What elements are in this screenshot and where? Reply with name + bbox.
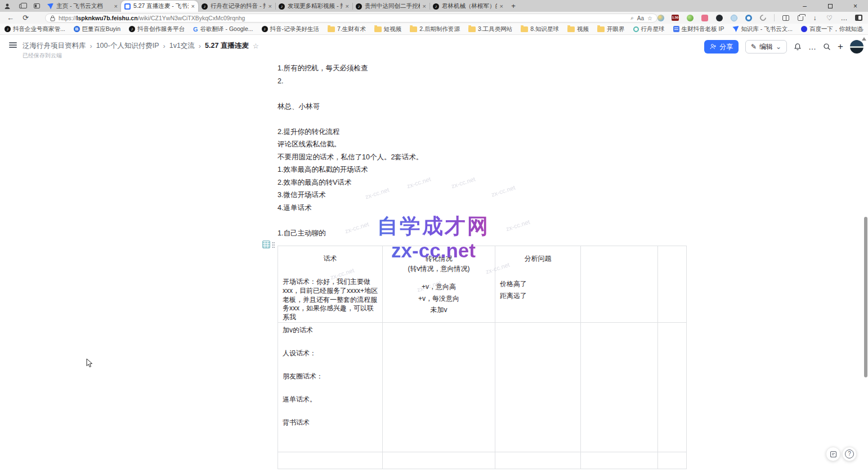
favorite-star-icon[interactable]: ☆ [253, 42, 259, 50]
bookmark-item[interactable]: 知识库 - 飞书云文... [732, 25, 793, 33]
settings-more-icon[interactable]: … [840, 14, 848, 21]
sidebar-toggle-icon[interactable] [9, 42, 17, 48]
search-icon[interactable] [823, 43, 831, 51]
table-cell-scripts[interactable]: 话术 开场话术：你好，我们主要做xxx，目前已经服务了xxxx+地区老板，并且还… [278, 246, 383, 323]
table-icon[interactable] [262, 241, 270, 248]
table-cell-empty[interactable] [383, 322, 495, 452]
favorite-star-icon[interactable]: ☆ [647, 15, 652, 21]
breadcrumb-item[interactable]: 1v1交流 [169, 41, 195, 51]
user-avatar[interactable] [850, 40, 863, 54]
tab-douyin-1[interactable]: ♪ 行舟在记录的抖音 - 抖音 × [198, 1, 275, 12]
table-cell-empty[interactable] [581, 246, 658, 323]
feedback-button[interactable] [826, 447, 840, 461]
extension-ring-icon[interactable] [759, 14, 767, 21]
bookmark-folder[interactable]: 视频 [567, 25, 589, 33]
extension-video-speed-icon[interactable]: 1.50 [672, 14, 679, 21]
doc-title[interactable]: 5.27 直播连麦 [205, 41, 249, 51]
doc-paragraph[interactable]: 2. [278, 75, 686, 88]
doc-paragraph[interactable]: 1.自己主动聊的 [278, 227, 686, 240]
extension-copilot-icon[interactable] [657, 14, 664, 21]
table-cell-empty[interactable] [658, 452, 687, 469]
bookmark-item[interactable]: ♪抖音企业号商家管... [5, 25, 65, 33]
tab-close-icon[interactable]: × [269, 3, 272, 9]
vertical-tabs-icon[interactable] [29, 0, 44, 12]
extension-target-icon[interactable] [745, 14, 752, 21]
create-new-icon[interactable]: + [838, 41, 843, 52]
workspaces-icon[interactable] [15, 0, 29, 12]
share-button[interactable]: 分享 [704, 40, 739, 54]
bookmarks-overflow-chevron[interactable]: › [861, 26, 863, 33]
table-cell-empty[interactable] [278, 452, 383, 469]
notifications-bell-icon[interactable] [794, 43, 802, 51]
bookmark-folder[interactable]: 8.知识星球 [521, 25, 559, 33]
new-tab-button[interactable]: + [507, 2, 520, 10]
extension-github-icon[interactable] [715, 14, 723, 21]
split-screen-icon[interactable] [782, 14, 789, 21]
bookmark-item[interactable]: G谷歌翻译 - Google... [193, 25, 253, 33]
tab-douyin-4[interactable]: ♪ 君林机械（林根军）的抖音 - 抖 × [429, 1, 507, 12]
scrollbar-up-arrow[interactable] [862, 37, 866, 41]
doc-paragraph[interactable]: 评论区线索私信戳。 [278, 138, 686, 151]
help-button[interactable]: ? [842, 447, 857, 461]
doc-paragraph[interactable]: 2.提升你的转化流程 [278, 126, 686, 139]
tab-douyin-2[interactable]: ♪ 发现更多精彩视频 - 抖音搜索 × [275, 1, 352, 12]
breadcrumb-item[interactable]: 100-个人知识付费IP [96, 41, 159, 51]
vertical-scrollbar-thumb[interactable] [864, 217, 867, 377]
refresh-button[interactable]: ⟳ [23, 12, 29, 24]
tab-douyin-3[interactable]: ♪ 贵州中达同创二手挖机的抖音 - × [352, 1, 429, 12]
collections-icon[interactable] [797, 14, 804, 21]
table-cell-empty[interactable] [658, 246, 687, 323]
doc-paragraph[interactable] [278, 87, 686, 100]
font-size-icon[interactable]: Aa [637, 15, 644, 21]
table-cell-empty[interactable] [581, 452, 658, 469]
bookmark-item[interactable]: ♪抖音创作服务平台 [129, 25, 185, 33]
more-options-icon[interactable]: … [808, 42, 816, 51]
back-button[interactable]: ← [7, 12, 14, 24]
sidebar-panel-icon[interactable] [855, 14, 862, 21]
tab-feishu-home[interactable]: 主页 - 飞书云文档 × [44, 1, 121, 12]
table-cell-empty[interactable] [383, 452, 495, 469]
bookmark-folder[interactable]: 短视频 [374, 25, 402, 33]
window-minimize-button[interactable]: – [792, 0, 817, 12]
table-drag-handle[interactable] [272, 242, 275, 248]
tab-close-icon[interactable]: × [191, 3, 195, 9]
extension-blue-icon[interactable] [730, 14, 737, 21]
tab-close-icon[interactable]: × [500, 3, 503, 9]
browser-profile-icon[interactable] [0, 0, 15, 12]
doc-paragraph[interactable]: 4.逼单话术 [278, 202, 686, 215]
table-cell-conversion[interactable]: 转化情况 (转v情况，意向情况) +v，意向高 +v，每没意向 未加v [383, 246, 495, 323]
bookmark-item[interactable]: 生财抖音老板 IP [673, 25, 724, 33]
tab-close-icon[interactable]: × [114, 3, 118, 9]
bookmark-folder[interactable]: 开眼界 [597, 25, 625, 33]
tab-close-icon[interactable]: × [346, 3, 349, 9]
bookmark-folder[interactable]: 7.生财有术 [328, 25, 366, 33]
table-cell-analysis[interactable]: 分析问题 价格高了 距离远了 [495, 246, 581, 323]
doc-paragraph[interactable] [278, 214, 686, 227]
tab-doc-active[interactable]: 5.27 直播连麦 - 飞书云文档 × [121, 1, 198, 12]
window-maximize-button[interactable] [817, 0, 843, 12]
table-cell-empty[interactable] [581, 322, 658, 452]
breadcrumb-item[interactable]: 泛海行舟项目资料库 [23, 41, 86, 51]
extension-green-icon[interactable] [686, 14, 693, 21]
doc-paragraph[interactable]: 林总、小林哥 [278, 100, 686, 113]
window-close-button[interactable]: × [843, 0, 868, 12]
zoom-page-icon[interactable]: ⌕ [630, 15, 634, 21]
edit-button[interactable]: ✎ 编辑 ⌄ [745, 40, 787, 54]
bookmark-folder[interactable]: 2.后期制作资源 [410, 25, 460, 33]
table-cell-empty[interactable] [658, 322, 687, 452]
bookmark-folder[interactable]: 3.工具类网站 [468, 25, 512, 33]
doc-paragraph[interactable]: 2.效率的最高的转V话术 [278, 176, 686, 189]
doc-paragraph[interactable] [278, 113, 686, 126]
extension-pink-icon[interactable] [701, 14, 708, 21]
doc-paragraph[interactable]: 不要用固定的话术，私信了10个人。2套话术。 [278, 151, 686, 164]
bookmark-item[interactable]: B巨量百应Buyin [74, 25, 120, 33]
tab-close-icon[interactable]: × [423, 3, 426, 9]
doc-paragraph[interactable]: 3.微信开场话术 [278, 189, 686, 202]
table-cell-script-list[interactable]: 加v的话术 人设话术： 朋友圈话术： 逼单话术。 背书话术 [278, 322, 383, 452]
table-cell-empty[interactable] [495, 322, 581, 452]
bookmark-item[interactable]: 行舟星球 [633, 25, 665, 33]
browser-essentials-icon[interactable]: ♡ [826, 14, 833, 21]
address-bar[interactable]: https://lspknkwu7b.feishu.cn/wiki/CZ1YwN… [45, 14, 657, 23]
table-cell-empty[interactable] [495, 452, 581, 469]
doc-paragraph[interactable]: 1.所有的挖机，每天必须检查 [278, 62, 686, 75]
